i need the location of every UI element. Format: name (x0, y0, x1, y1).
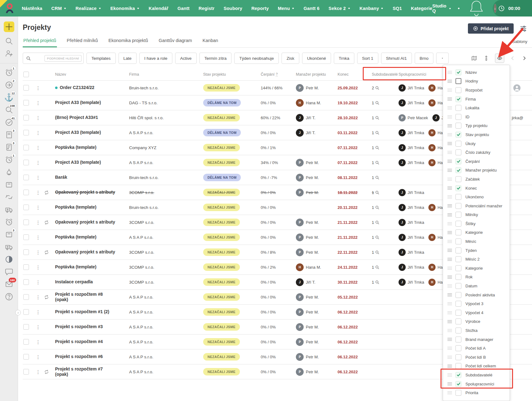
drag-handle-icon[interactable] (447, 142, 452, 145)
notifications-button[interactable]: 3691 (466, 0, 487, 19)
row-menu-icon[interactable]: ⋮ (36, 220, 40, 225)
sidebar-anchor-icon[interactable]: ⚓12 (4, 93, 14, 102)
project-name-link[interactable]: Projekt s rozpočtem #7(opak) (55, 366, 103, 377)
search-subcontractors-icon[interactable] (375, 205, 380, 210)
column-header-konec[interactable]: Konec (338, 72, 372, 77)
search-subcontractors-icon[interactable] (375, 160, 380, 165)
row-menu-icon[interactable]: ⋮ (36, 160, 40, 165)
collaborator[interactable]: PPetr Macek (399, 114, 428, 121)
sidebar-collapse-button[interactable]: › (15, 310, 21, 315)
collaborator[interactable]: JJiří Trnka (399, 234, 424, 241)
search-subcontractors-icon[interactable] (375, 130, 380, 135)
drag-handle-icon[interactable] (447, 302, 452, 305)
collaborator[interactable]: JJiří Trnka (399, 99, 424, 106)
sidebar-contrast-icon[interactable] (4, 255, 14, 264)
column-checkbox[interactable] (455, 238, 461, 244)
project-name-link[interactable]: Projekt s rozpočtem #3 (55, 324, 103, 330)
drag-handle-icon[interactable] (447, 258, 452, 261)
search-subcontractors-icon[interactable] (375, 116, 380, 120)
add-project-button[interactable]: Přidat projekt (468, 23, 514, 34)
column-checkbox[interactable] (455, 274, 461, 280)
settings-gear-icon[interactable] (458, 5, 460, 12)
drag-handle-icon[interactable] (447, 285, 452, 288)
column-checkbox[interactable] (455, 96, 461, 102)
column-visibility-button[interactable] (495, 54, 504, 63)
drag-handle-icon[interactable] (447, 338, 452, 341)
project-name-link[interactable]: Opakovaný projekt s atributy (55, 190, 115, 195)
tab-kanban[interactable]: Kanban (202, 38, 219, 47)
column-checkbox[interactable] (455, 149, 461, 155)
column-hint[interactable]: ? (276, 72, 278, 76)
column-checkbox[interactable] (455, 381, 461, 387)
row-menu-icon[interactable]: ⋮ (36, 295, 40, 300)
row-checkbox[interactable] (23, 100, 29, 106)
sidebar-doc-icon[interactable]: 3 (4, 143, 14, 152)
column-header-firma[interactable]: Firma (129, 72, 203, 77)
column-checkbox[interactable] (455, 132, 461, 138)
column-header-stav-projektu[interactable]: Stav projektu (203, 72, 261, 77)
nav-item-gantt-6[interactable]: Gantt 6 (304, 6, 320, 11)
column-checkbox[interactable] (455, 167, 461, 173)
row-menu-icon[interactable]: ⋮ (36, 101, 40, 105)
search-subcontractors-icon[interactable] (375, 220, 380, 225)
nav-item-gantt[interactable]: Gantt (177, 6, 189, 11)
column-checkbox[interactable] (455, 256, 461, 262)
column-checkbox[interactable] (455, 141, 461, 147)
filter-chip-brno[interactable]: Brno (415, 53, 434, 64)
expand-rows-icon[interactable] (483, 55, 490, 62)
column-header-erp-n[interactable]: Čerpání? (261, 72, 296, 77)
nav-item-realizace[interactable]: Realizace (76, 6, 101, 11)
drag-handle-icon[interactable] (447, 213, 452, 216)
column-checkbox[interactable] (455, 345, 461, 351)
column-checkbox[interactable] (455, 185, 461, 191)
sidebar-flame-icon[interactable] (4, 167, 14, 177)
nav-item-registr[interactable]: Registr (198, 6, 214, 11)
row-menu-icon[interactable]: ⋮ (36, 130, 40, 135)
drag-handle-icon[interactable] (447, 186, 452, 190)
column-checkbox[interactable] (455, 310, 461, 316)
collaborator[interactable] (513, 84, 520, 92)
drag-handle-icon[interactable] (447, 169, 452, 172)
sidebar-envelope-icon[interactable]: 160 (4, 280, 14, 289)
collaborator[interactable]: JJiří Trnka (399, 219, 424, 226)
project-name-link[interactable]: Poptávka (template) (55, 205, 96, 210)
column-checkbox[interactable] (455, 78, 461, 84)
row-checkbox[interactable] (23, 115, 29, 120)
search-subcontractors-icon[interactable] (375, 190, 380, 195)
collaborator[interactable]: JJiří Trnka (399, 189, 424, 196)
tab-p-ehled-miln-k[interactable]: Přehled milníků (66, 38, 99, 47)
view-settings-icon[interactable] (519, 25, 527, 33)
nav-item-menu[interactable]: Menu (278, 6, 295, 11)
column-checkbox[interactable] (455, 337, 461, 342)
row-menu-icon[interactable]: ⋮ (36, 145, 40, 150)
column-checkbox[interactable] (455, 265, 461, 271)
drag-handle-icon[interactable] (447, 106, 452, 110)
drag-handle-icon[interactable] (447, 116, 452, 119)
column-header-subdodavatel[interactable]: Subdodavatelé (372, 72, 399, 77)
row-checkbox[interactable] (23, 294, 29, 300)
nav-item-crm[interactable]: CRM (51, 6, 67, 11)
project-name-link[interactable]: Order CZ1324/22 (60, 85, 94, 91)
column-checkbox[interactable] (455, 69, 461, 75)
row-checkbox[interactable] (23, 234, 29, 240)
filter-chip-term-n-z-tra[interactable]: Termín zítra (199, 53, 231, 64)
search-subcontractors-icon[interactable] (375, 145, 380, 150)
column-checkbox[interactable] (455, 354, 461, 360)
user-avatar[interactable] (494, 4, 496, 13)
collaborator[interactable]: JJiří Trnka (399, 204, 424, 211)
row-menu-icon[interactable]: ⋮ (36, 250, 40, 255)
project-name-link[interactable]: Projekt s rozpočtem #8(opak) (55, 292, 103, 303)
drag-handle-icon[interactable] (447, 347, 452, 350)
row-menu-icon[interactable]: ⋮ (36, 205, 40, 210)
column-checkbox[interactable] (455, 194, 461, 200)
row-checkbox[interactable] (23, 309, 29, 315)
filter-chip-sort-1[interactable]: Sort 1 (357, 53, 378, 64)
drag-handle-icon[interactable] (447, 97, 452, 101)
drag-handle-icon[interactable] (447, 231, 452, 234)
next-page-button[interactable] (521, 55, 527, 62)
row-menu-icon[interactable]: ⋮ (36, 310, 40, 314)
column-header-n-zev[interactable]: Název (54, 72, 129, 77)
filter-chip-shrnut-ai1[interactable]: Shrnutí AI1 (381, 53, 412, 64)
drag-handle-icon[interactable] (447, 267, 452, 270)
project-name-link[interactable]: Poptávka (template) (55, 145, 96, 150)
